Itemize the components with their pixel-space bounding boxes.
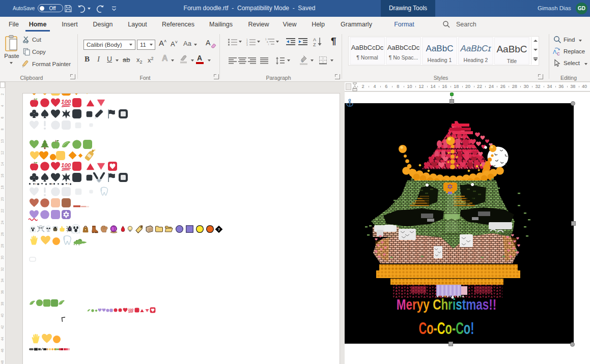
svg-text:Meryy Christmas!!: Meryy Christmas!! xyxy=(397,296,496,313)
svg-text:Ʌ: Ʌ xyxy=(553,49,557,55)
svg-text:Z: Z xyxy=(313,42,316,47)
svg-text:c: c xyxy=(557,50,560,56)
svg-text:A: A xyxy=(313,37,316,42)
svg-text:Co-Co-Co!: Co-Co-Co! xyxy=(419,319,474,338)
svg-text:3: 3 xyxy=(246,44,248,46)
svg-text:i: i xyxy=(268,43,269,46)
